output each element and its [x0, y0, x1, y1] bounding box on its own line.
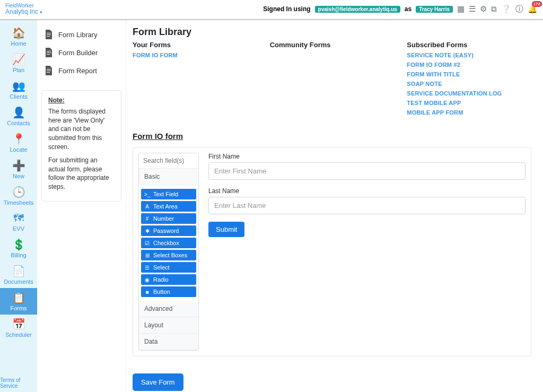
timesheets-icon: 🕒 [12, 186, 25, 198]
palette-group-basic[interactable]: Basic [139, 169, 198, 185]
form-link[interactable]: TEST MOBILE APP [407, 100, 531, 106]
subscribed-forms-column: Subscribed Forms SERVICE NOTE (EASY) FOR… [407, 41, 531, 119]
locate-icon: 📍 [12, 133, 25, 145]
community-forms-column: Community Forms [270, 41, 395, 119]
plan-icon: 📈 [12, 53, 25, 66]
component-palette: Basic >_Text Field AText Area #Number ✱P… [138, 153, 199, 351]
side-label: Form Report [58, 67, 97, 75]
form-preview: First Name Last Name Submit [208, 153, 526, 351]
hash-icon: # [144, 216, 150, 222]
check-icon: ☑ [144, 240, 150, 246]
nav-new[interactable]: ➕New [0, 156, 37, 182]
nav-plan[interactable]: 📈Plan [0, 50, 37, 76]
list-icon: ☰ [144, 265, 150, 271]
nav-billing[interactable]: 💲Billing [0, 235, 37, 262]
grid-icon[interactable]: ▦ [457, 4, 465, 14]
nav-locate[interactable]: 📍Locate [0, 129, 37, 156]
signed-in-label: Signed In using [263, 5, 310, 13]
side-label: Form Library [58, 31, 98, 39]
billing-icon: 💲 [12, 238, 25, 251]
gear-icon[interactable]: ⚙ [480, 4, 487, 14]
user-name-pill: Tracy Harris [416, 6, 453, 13]
nav-contacts[interactable]: 👤Contacts [0, 103, 37, 129]
palette-group-data[interactable]: Data [139, 334, 198, 350]
brand[interactable]: FieldWorker Analytiq Inc [5, 3, 42, 15]
note-title: Note: [48, 96, 115, 105]
doc-icon [45, 48, 53, 57]
copy-icon[interactable]: ⧉ [491, 4, 497, 14]
comp-text-field[interactable]: >_Text Field [141, 189, 196, 199]
contacts-icon: 👤 [12, 106, 25, 119]
forms-icon: 📋 [12, 291, 25, 304]
scheduler-icon: 📅 [12, 318, 25, 330]
home-icon: 🏠 [12, 27, 25, 39]
brand-dropdown[interactable]: Analytiq Inc [5, 8, 42, 15]
content: Form Library Your Forms FORM IO FORM Com… [126, 20, 543, 392]
comp-button[interactable]: ■Button [141, 286, 196, 297]
primary-nav: 🏠Home 📈Plan 👥Clients 👤Contacts 📍Locate ➕… [0, 20, 37, 392]
last-name-input[interactable] [208, 197, 526, 214]
doc-icon [45, 30, 53, 39]
info-icon[interactable]: ⓘ [515, 4, 523, 14]
form-columns: Your Forms FORM IO FORM Community Forms … [133, 41, 531, 119]
nav-evv[interactable]: 🗺EVV [0, 209, 37, 235]
stop-icon: ■ [144, 289, 150, 295]
submit-button[interactable]: Submit [208, 222, 244, 237]
nav-timesheets[interactable]: 🕒Timesheets [0, 182, 37, 209]
comp-select[interactable]: ☰Select [141, 262, 196, 273]
evv-icon: 🗺 [13, 212, 24, 224]
comp-radio[interactable]: ◉Radio [141, 274, 196, 285]
nav-scheduler[interactable]: 📅Scheduler [0, 315, 37, 341]
doc-icon [45, 66, 53, 75]
as-label: as [405, 5, 411, 13]
your-forms-column: Your Forms FORM IO FORM [133, 41, 257, 119]
main-area: Form Library Form Builder Form Report No… [37, 20, 543, 392]
form-link[interactable]: SOAP NOTE [407, 81, 531, 87]
list-icon[interactable]: ☰ [469, 4, 476, 14]
comp-select-boxes[interactable]: ⊞Select Boxes [141, 250, 196, 260]
form-link[interactable]: SERVICE NOTE (EASY) [407, 52, 531, 58]
search-input[interactable] [139, 153, 198, 169]
radio-icon: ◉ [144, 277, 150, 283]
side-label: Form Builder [58, 49, 98, 57]
first-name-label: First Name [208, 153, 526, 160]
comp-number[interactable]: #Number [141, 213, 196, 224]
section-title: Form IO form [133, 132, 531, 141]
page-title: Form Library [133, 27, 531, 38]
comp-password[interactable]: ✱Password [141, 225, 196, 236]
side-form-report[interactable]: Form Report [41, 62, 121, 80]
bell-icon[interactable]: 🔔172 [528, 4, 538, 14]
nav-clients[interactable]: 👥Clients [0, 76, 37, 103]
side-form-builder[interactable]: Form Builder [41, 43, 121, 62]
save-form-button[interactable]: Save Form [133, 373, 183, 391]
column-title: Your Forms [133, 41, 257, 49]
note-paragraph: For submitting an actual form, please fo… [48, 156, 115, 191]
form-builder-panel: Basic >_Text Field AText Area #Number ✱P… [133, 147, 531, 356]
clients-icon: 👥 [12, 80, 25, 92]
comp-text-area[interactable]: AText Area [141, 201, 196, 212]
terms-link[interactable]: Terms of Service [0, 377, 37, 392]
form-link[interactable]: FORM IO FORM #2 [407, 62, 531, 68]
nav-home[interactable]: 🏠Home [0, 23, 37, 50]
column-title: Subscribed Forms [407, 41, 531, 49]
last-name-label: Last Name [208, 187, 526, 195]
help-icon[interactable]: ❔ [501, 4, 511, 14]
palette-group-body: >_Text Field AText Area #Number ✱Passwor… [139, 185, 198, 301]
asterisk-icon: ✱ [144, 228, 150, 234]
font-icon: A [144, 204, 150, 210]
column-title: Community Forms [270, 41, 395, 49]
form-link[interactable]: FORM WITH TITLE [407, 71, 531, 77]
first-name-input[interactable] [208, 162, 526, 180]
palette-group-layout[interactable]: Layout [139, 317, 198, 334]
nav-forms[interactable]: 📋Forms [0, 288, 37, 315]
form-link[interactable]: SERVICE DOCUMENTATION LOG [407, 90, 531, 97]
palette-group-advanced[interactable]: Advanced [139, 301, 198, 317]
new-icon: ➕ [12, 159, 25, 172]
note-paragraph: The forms displayed here are 'View Only'… [48, 107, 115, 152]
form-link[interactable]: FORM IO FORM [133, 52, 257, 58]
comp-checkbox[interactable]: ☑Checkbox [141, 238, 196, 248]
side-form-library[interactable]: Form Library [41, 25, 121, 43]
nav-documents[interactable]: 📄Documents [0, 262, 37, 288]
form-link[interactable]: MOBILE APP FORM [407, 109, 531, 116]
notification-badge: 172 [532, 1, 542, 7]
